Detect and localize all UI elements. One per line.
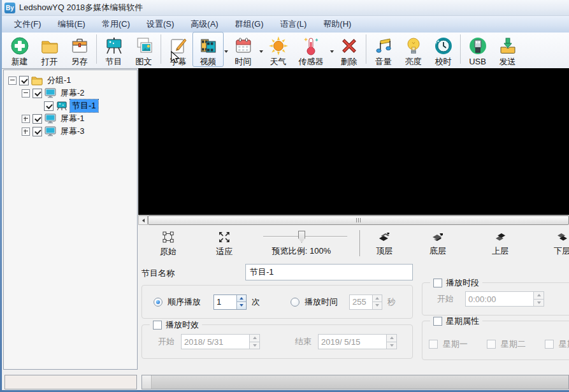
tree-item-label[interactable]: 屏幕-3 [59, 125, 87, 138]
play-time-radio[interactable] [291, 298, 299, 307]
layer-top-button[interactable]: 顶层 [368, 231, 401, 257]
wednesday-checkbox[interactable] [545, 340, 554, 349]
send-button[interactable]: 发送 [493, 33, 522, 66]
time-button[interactable]: 时间 [228, 33, 258, 66]
usb-button[interactable]: USB [463, 33, 493, 66]
tree-checkbox-checked[interactable] [19, 76, 29, 85]
preview-horizontal-scrollbar[interactable] [138, 215, 569, 225]
play-validity-groupbox: 播放时效 开始 结束 [141, 324, 413, 359]
tree-item-label-selected[interactable]: 节目-1 [70, 99, 98, 112]
play-period-checkbox[interactable] [433, 279, 442, 287]
tree-item-label[interactable]: 屏幕-2 [59, 87, 87, 99]
menu-edit[interactable]: 编辑(E) [50, 16, 93, 33]
validity-start-date-input[interactable] [182, 335, 249, 349]
tree-item-screen-3[interactable]: 屏幕-3 [4, 125, 137, 138]
program-name-input[interactable] [245, 264, 413, 280]
volume-notes-icon [373, 34, 394, 56]
tree-item-label[interactable]: 分组-1 [45, 74, 73, 87]
tree-checkbox-checked[interactable] [44, 101, 54, 111]
original-size-button[interactable]: 原始 [152, 231, 185, 258]
monitor-icon [45, 126, 56, 136]
video-button[interactable]: 视频 [193, 33, 223, 66]
layer-down-button[interactable]: 下层 [545, 231, 569, 257]
menu-advanced[interactable]: 高级(A) [183, 16, 226, 33]
tuesday-checkbox[interactable] [487, 340, 496, 349]
layer-down-icon [556, 231, 568, 244]
play-validity-checkbox[interactable] [153, 321, 162, 330]
menu-file[interactable]: 文件(F) [6, 16, 49, 33]
menu-group[interactable]: 群组(G) [227, 16, 271, 33]
time-sync-button[interactable]: 校时 [428, 33, 458, 66]
brightness-bulb-icon [403, 34, 424, 56]
layer-up-button[interactable]: 上层 [484, 231, 517, 257]
tree-item-group-1[interactable]: 分组-1 [4, 74, 137, 87]
play-validity-label: 播放时效 [166, 319, 199, 331]
play-time-input[interactable] [350, 295, 372, 309]
spinner-up-icon [387, 335, 396, 342]
tree-checkbox-checked[interactable] [32, 114, 42, 124]
toolbar: 新建 打开 另存 节目 图文 [2, 33, 569, 69]
play-time-spinner[interactable] [349, 294, 382, 310]
led-preview-canvas[interactable] [138, 68, 569, 215]
slider-thumb[interactable] [298, 231, 305, 243]
validity-start-date-spinner[interactable] [181, 334, 260, 349]
preview-zoom-slider[interactable] [263, 231, 347, 242]
collapse-expander-icon[interactable] [22, 89, 30, 98]
scrollbar-thumb[interactable] [148, 215, 569, 225]
tree-item-program-1[interactable]: 节目-1 [4, 99, 137, 112]
delete-button[interactable]: 删除 [334, 33, 364, 66]
image-text-icon [134, 34, 154, 56]
volume-button[interactable]: 音量 [368, 33, 398, 66]
scroll-left-arrow-icon [142, 219, 145, 222]
brightness-button[interactable]: 亮度 [398, 33, 428, 66]
spinner-down-icon [250, 342, 259, 349]
fit-button[interactable]: 适应 [208, 231, 241, 258]
status-bar-left-panel [4, 375, 137, 389]
validity-end-date-input[interactable] [319, 335, 386, 349]
monday-checkbox[interactable] [429, 340, 438, 349]
menu-common[interactable]: 常用(C) [94, 16, 138, 33]
collapse-expander-icon[interactable] [8, 76, 17, 85]
tree-item-screen-2[interactable]: 屏幕-2 [4, 87, 137, 99]
program-name-label: 节目名称 [141, 268, 175, 279]
open-folder-icon [40, 34, 60, 56]
save-as-button[interactable]: 另存 [64, 33, 94, 66]
week-attribute-groupbox: 星期属性 星期一 星期二 星期三 [422, 321, 569, 360]
slider-track [263, 236, 347, 238]
spinner-down-icon[interactable] [237, 301, 246, 309]
spinner-up-icon[interactable] [237, 295, 246, 302]
new-button[interactable]: 新建 [4, 33, 34, 66]
tree-item-screen-1[interactable]: 屏幕-1 [4, 112, 137, 125]
validity-end-date-spinner[interactable] [318, 334, 397, 349]
tree-checkbox-checked[interactable] [32, 89, 42, 98]
window-title: LedshowYQ 2018多媒体编辑软件 [19, 2, 143, 13]
week-attribute-checkbox[interactable] [433, 317, 442, 326]
menu-help[interactable]: 帮助(H) [315, 16, 359, 33]
sequence-count-spinner[interactable] [213, 294, 247, 310]
toolbar-separator [366, 34, 366, 64]
expand-expander-icon[interactable] [22, 127, 30, 136]
toolbar-separator [460, 34, 461, 64]
scroll-left-button[interactable] [138, 215, 148, 225]
spinner-up-icon [534, 292, 544, 299]
calendar-icon [233, 34, 254, 56]
weather-button[interactable]: 天气 [263, 33, 293, 66]
program-button[interactable]: 节目 [99, 33, 129, 66]
expand-expander-icon[interactable] [22, 115, 30, 123]
sequence-count-input[interactable] [214, 295, 236, 309]
period-start-time-spinner[interactable] [465, 291, 544, 307]
open-button[interactable]: 打开 [34, 33, 64, 66]
tree-item-label[interactable]: 屏幕-1 [59, 112, 87, 125]
menu-language[interactable]: 语言(L) [272, 16, 314, 33]
sensor-button[interactable]: 传感器 [293, 33, 329, 66]
tree-checkbox-checked[interactable] [32, 127, 42, 136]
window-border-left [0, 0, 2, 392]
period-start-time-input[interactable] [466, 292, 533, 306]
sequence-play-radio[interactable] [154, 298, 162, 307]
image-text-button[interactable]: 图文 [129, 33, 159, 66]
menu-settings[interactable]: 设置(S) [139, 16, 182, 33]
usb-icon [468, 34, 488, 56]
layer-bottom-button[interactable]: 底层 [421, 231, 454, 257]
tuesday-label: 星期二 [501, 338, 526, 350]
title-bar[interactable]: By LedshowYQ 2018多媒体编辑软件 [0, 0, 569, 16]
